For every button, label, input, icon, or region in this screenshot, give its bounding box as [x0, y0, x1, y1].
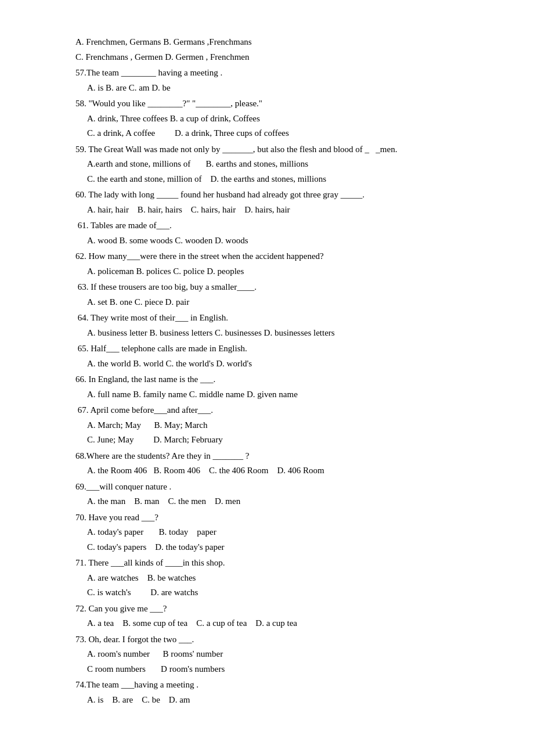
- question-67-text: 67. April come before___and after___.: [75, 403, 464, 418]
- question-72-options: A. a tea B. some cup of tea C. a cup of …: [75, 616, 464, 631]
- option-line-2: C. Frenchmans , Germen D. Germen , Frenc…: [75, 50, 464, 65]
- question-59-options-b: C. the earth and stone, million of D. th…: [75, 172, 464, 187]
- question-70: 70. Have you read ___? A. today's paper …: [75, 510, 464, 555]
- question-63-text: 63. If these trousers are too big, buy a…: [75, 280, 464, 295]
- question-71: 71. There ___all kinds of ____in this sh…: [75, 556, 464, 600]
- question-63-options: A. set B. one C. piece D. pair: [75, 295, 464, 310]
- question-72-text: 72. Can you give me ___?: [75, 602, 464, 617]
- question-62: 62. How many___were there in the street …: [75, 249, 464, 279]
- question-73-text: 73. Oh, dear. I forgot the two ___.: [75, 632, 464, 647]
- question-64-options: A. business letter B. business letters C…: [75, 326, 464, 341]
- question-74-options: A. is B. are C. be D. am: [75, 693, 464, 708]
- question-60: 60. The lady with long _____ found her h…: [75, 188, 464, 217]
- question-68: 68.Where are the students? Are they in _…: [75, 449, 464, 478]
- question-70-text: 70. Have you read ___?: [75, 510, 464, 525]
- question-70-options-a: A. today's paper B. today paper: [75, 525, 464, 540]
- question-67: 67. April come before___and after___. A.…: [75, 403, 464, 448]
- question-65: 65. Half___ telephone calls are made in …: [75, 341, 464, 371]
- question-72: 72. Can you give me ___? A. a tea B. som…: [75, 602, 464, 631]
- question-66: 66. In England, the last name is the ___…: [75, 372, 464, 402]
- question-74: 74.The team ___having a meeting . A. is …: [75, 678, 464, 707]
- question-63: 63. If these trousers are too big, buy a…: [75, 280, 464, 309]
- question-73-options-b: C room numbers D room's numbers: [75, 662, 464, 677]
- question-61: 61. Tables are made of___. A. wood B. so…: [75, 218, 464, 248]
- exam-content: A. Frenchmen, Germans B. Germans ,French…: [75, 35, 464, 707]
- question-66-options: A. full name B. family name C. middle na…: [75, 387, 464, 402]
- question-61-text: 61. Tables are made of___.: [75, 218, 464, 233]
- question-69: 69.___will conquer nature . A. the man B…: [75, 480, 464, 509]
- question-71-text: 71. There ___all kinds of ____in this sh…: [75, 556, 464, 571]
- question-73-options-a: A. room's number B rooms' number: [75, 647, 464, 662]
- question-68-options: A. the Room 406 B. Room 406 C. the 406 R…: [75, 463, 464, 478]
- question-71-options-b: C. is watch's D. are watchs: [75, 585, 464, 600]
- question-62-text: 62. How many___were there in the street …: [75, 249, 464, 264]
- question-69-options: A. the man B. man C. the men D. men: [75, 494, 464, 509]
- question-58-options-b: C. a drink, A coffee D. a drink, Three c…: [75, 126, 464, 141]
- question-59-options-a: A.earth and stone, millions of B. earths…: [75, 157, 464, 172]
- question-67-options-b: C. June; May D. March; February: [75, 433, 464, 448]
- question-71-options-a: A. are watches B. be watches: [75, 571, 464, 586]
- question-67-options-a: A. March; May B. May; March: [75, 418, 464, 433]
- question-65-options: A. the world B. world C. the world's D. …: [75, 357, 464, 372]
- question-70-options-b: C. today's papers D. the today's paper: [75, 540, 464, 555]
- option-line-1: A. Frenchmen, Germans B. Germans ,French…: [75, 35, 464, 50]
- question-68-text: 68.Where are the students? Are they in _…: [75, 449, 464, 464]
- question-64: 64. They write most of their___ in Engli…: [75, 311, 464, 340]
- question-62-options: A. policeman B. polices C. police D. peo…: [75, 264, 464, 279]
- question-58-options-a: A. drink, Three coffees B. a cup of drin…: [75, 111, 464, 127]
- question-65-text: 65. Half___ telephone calls are made in …: [75, 341, 464, 357]
- question-58-text: 58. "Would you like ________?" "________…: [75, 96, 464, 111]
- question-69-text: 69.___will conquer nature .: [75, 480, 464, 495]
- question-60-options: A. hair, hair B. hair, hairs C. hairs, h…: [75, 203, 464, 218]
- question-59: 59. The Great Wall was made not only by …: [75, 142, 464, 187]
- options-block-a1: A. Frenchmen, Germans B. Germans ,French…: [75, 35, 464, 64]
- question-57-options: A. is B. are C. am D. be: [75, 81, 464, 96]
- question-64-text: 64. They write most of their___ in Engli…: [75, 311, 464, 326]
- question-73: 73. Oh, dear. I forgot the two ___. A. r…: [75, 632, 464, 677]
- question-59-text: 59. The Great Wall was made not only by …: [75, 142, 464, 157]
- question-57: 57.The team ________ having a meeting . …: [75, 66, 464, 95]
- question-57-text: 57.The team ________ having a meeting .: [75, 66, 464, 81]
- question-58: 58. "Would you like ________?" "________…: [75, 96, 464, 141]
- question-66-text: 66. In England, the last name is the ___…: [75, 372, 464, 387]
- question-60-text: 60. The lady with long _____ found her h…: [75, 188, 464, 203]
- question-74-text: 74.The team ___having a meeting .: [75, 678, 464, 693]
- question-61-options: A. wood B. some woods C. wooden D. woods: [75, 233, 464, 249]
